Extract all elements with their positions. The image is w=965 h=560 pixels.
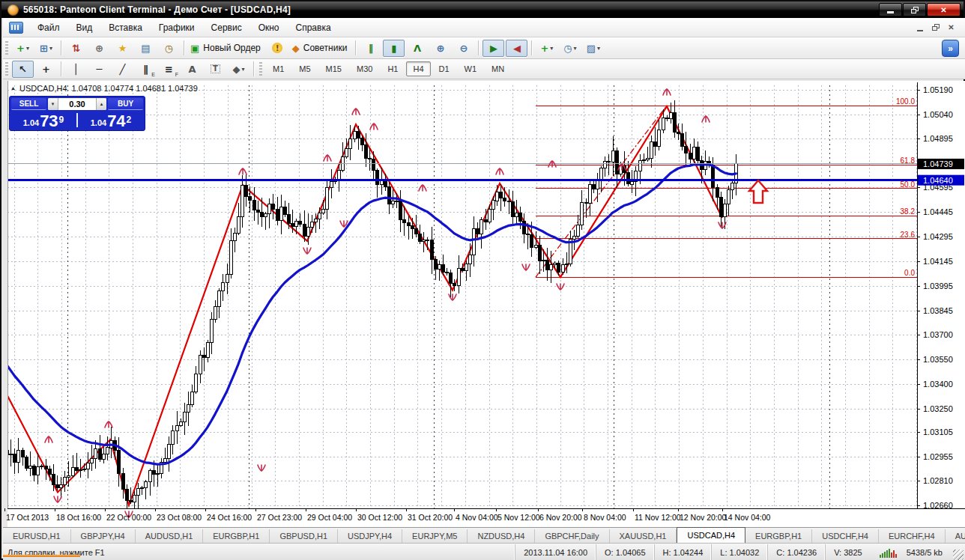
vertical-line-button[interactable]: │ [65, 61, 87, 78]
restore-button[interactable] [903, 3, 926, 16]
timeframe-M5-button[interactable]: M5 [292, 61, 317, 76]
menu-Сервис[interactable]: Сервис [203, 19, 250, 36]
indicators-list-button[interactable]: +▾ [536, 40, 557, 57]
chart-ohlc-text: USDCAD,H4 1.04708 1.04774 1.04681 1.0473… [19, 84, 198, 93]
dropdown-arrow-icon[interactable]: ▾ [550, 45, 553, 52]
svg-text:24 Oct 16:00: 24 Oct 16:00 [207, 513, 252, 522]
chart-line-button[interactable]: Λ [406, 40, 428, 57]
menu-Вид[interactable]: Вид [68, 19, 101, 36]
toolbar-separator [531, 40, 532, 55]
tab-GBPCHF,Daily[interactable]: GBPCHF,Daily [535, 529, 609, 544]
timeframe-M30-button[interactable]: M30 [350, 61, 379, 76]
periods-icon: ◷ [563, 43, 572, 53]
tab-AUDUSD,H1[interactable]: AUDUSD,H1 [136, 529, 204, 544]
tab-XAUUSD,H1[interactable]: XAUUSD,H1 [610, 529, 677, 544]
expert-advisors-button[interactable]: ◆Советники [290, 40, 352, 57]
toolbar-grip[interactable] [259, 62, 262, 76]
templates-button[interactable]: ▨▾ [582, 40, 604, 57]
price-divider [76, 113, 78, 127]
minimize-button[interactable] [879, 3, 902, 16]
timeframe-W1-button[interactable]: W1 [458, 61, 484, 76]
equidistant-channel-button[interactable]: ∥E [135, 61, 157, 78]
tab-EURGBP,H1[interactable]: EURGBP,H1 [745, 529, 812, 544]
text-label-button[interactable]: T [205, 61, 226, 78]
svg-text:23.6: 23.6 [901, 231, 916, 239]
child-minimize-button[interactable] [912, 21, 928, 34]
new-order-button[interactable]: ▣Новый Ордер [188, 40, 265, 57]
svg-text:1.03700: 1.03700 [923, 330, 953, 339]
zoom-in-button[interactable]: ⊕ [429, 40, 451, 57]
tab-USDCHF,H4[interactable]: USDCHF,H4 [812, 529, 879, 544]
svg-text:31 Oct 20:00: 31 Oct 20:00 [408, 513, 453, 522]
market-watch-button[interactable]: ⇅ [65, 40, 87, 57]
timeframe-H4-button[interactable]: H4 [406, 61, 430, 76]
toolbar-grip[interactable] [5, 62, 8, 76]
chart-candles-button[interactable]: ▮ [383, 40, 405, 57]
menu-Графики[interactable]: Графики [151, 19, 203, 36]
strategy-tester-button[interactable]: ◷ [158, 40, 180, 57]
timeframe-D1-button[interactable]: D1 [432, 61, 456, 76]
collapse-triangle-icon[interactable]: ▲ [10, 85, 16, 91]
tab-AUDNZD,Daily[interactable]: AUDNZD,Daily [946, 529, 965, 544]
child-close-button[interactable]: ✕ [943, 21, 959, 34]
text-button[interactable]: A [181, 61, 203, 78]
dropdown-arrow-icon[interactable]: ▾ [49, 45, 52, 52]
timeframe-M15-button[interactable]: M15 [319, 61, 348, 76]
menu-Вставка[interactable]: Вставка [100, 19, 151, 36]
cursor-icon: ↖ [19, 64, 27, 74]
fibonacci-retracement-button[interactable]: ≡F [158, 61, 180, 78]
window-title: 565018: Panteon Client Terminal - Демо С… [23, 4, 291, 15]
close-button[interactable]: ✕ [927, 3, 961, 16]
dropdown-arrow-icon[interactable]: ▾ [597, 45, 600, 52]
timeframe-H1-button[interactable]: H1 [381, 61, 405, 76]
tab-EURGBP,H1[interactable]: EURGBP,H1 [203, 529, 270, 544]
auto-scroll-button[interactable]: ▶ [482, 40, 504, 57]
sell-button[interactable]: SELL [11, 98, 46, 110]
child-restore-icon [932, 24, 940, 31]
quick-panel-icon[interactable]: » [942, 40, 959, 57]
menu-Окно[interactable]: Окно [250, 19, 288, 36]
tab-NZDUSD,H4[interactable]: NZDUSD,H4 [468, 529, 535, 544]
horizontal-line-button[interactable]: ─ [88, 61, 110, 78]
sell-price[interactable]: 1.04739 [11, 112, 76, 129]
svg-text:29 Oct 04:00: 29 Oct 04:00 [307, 513, 352, 522]
dropdown-arrow-icon[interactable]: ▾ [241, 66, 244, 73]
toolbar-separator [478, 40, 479, 55]
chart-profiles-button[interactable]: ⊞▾ [35, 40, 57, 57]
svg-text:5 Nov 12:00: 5 Nov 12:00 [497, 513, 540, 522]
tab-USDCAD,H4[interactable]: USDCAD,H4 [677, 527, 745, 544]
tab-GBPUSD,H1[interactable]: GBPUSD,H1 [270, 529, 338, 544]
volume-input[interactable]: 0.30 [58, 98, 96, 110]
resize-grip[interactable] [953, 550, 964, 560]
dropdown-arrow-icon[interactable]: ▾ [26, 45, 29, 52]
favorites-button[interactable]: ★ [112, 40, 133, 57]
tab-EURJPY,M5[interactable]: EURJPY,M5 [402, 529, 468, 544]
volume-increase-button[interactable]: ▲ [96, 98, 106, 110]
timeframe-M1-button[interactable]: M1 [266, 61, 291, 76]
tab-GBPJPY,H4[interactable]: GBPJPY,H4 [71, 529, 136, 544]
chart-shift-button[interactable]: ◀ [506, 40, 527, 57]
data-window-button[interactable]: ▤ [135, 40, 157, 57]
timeframe-MN-button[interactable]: MN [485, 61, 511, 76]
buy-price[interactable]: 1.04742 [79, 112, 143, 129]
dropdown-arrow-icon[interactable]: ▾ [574, 45, 577, 52]
navigator-button[interactable]: ⊕ [88, 40, 110, 57]
trendline-button[interactable]: ╱ [112, 61, 133, 78]
toolbar-grip[interactable] [5, 41, 8, 55]
new-chart-button[interactable]: +▾ [12, 40, 34, 57]
child-restore-button[interactable] [928, 21, 943, 34]
tab-EURUSD,H1[interactable]: EURUSD,H1 [3, 529, 71, 544]
menu-Справка[interactable]: Справка [288, 19, 339, 36]
menu-Файл[interactable]: Файл [29, 19, 68, 36]
tab-EURCHF,H4[interactable]: EURCHF,H4 [879, 529, 946, 544]
periods-button[interactable]: ◷▾ [559, 40, 581, 57]
chart-bars-button[interactable]: ‖ [360, 40, 381, 57]
important-button[interactable]: ! [267, 40, 288, 57]
volume-decrease-button[interactable]: ▼ [48, 98, 58, 110]
cursor-button[interactable]: ↖ [12, 61, 34, 78]
tab-USDJPY,H4[interactable]: USDJPY,H4 [338, 529, 402, 544]
zoom-out-button[interactable]: ⊖ [453, 40, 474, 57]
crosshair-button[interactable]: + [35, 61, 57, 78]
buy-button[interactable]: BUY [108, 98, 143, 110]
arrows-tool-button[interactable]: ◆▾ [228, 61, 249, 78]
